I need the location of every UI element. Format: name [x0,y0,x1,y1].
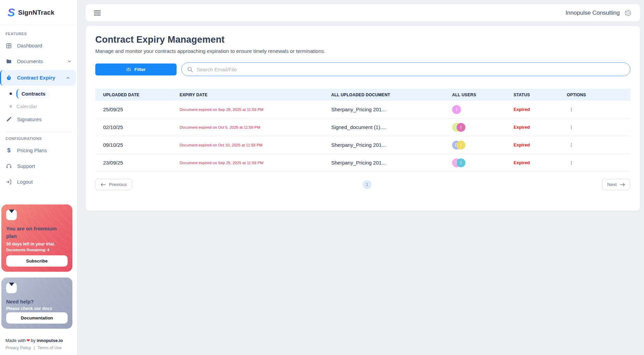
previous-label: Previous [109,182,127,187]
topbar-right: Innopulse Consulting [565,9,632,17]
brand-logo[interactable]: S SignNTrack [0,0,77,25]
arrow-left-icon [100,183,106,187]
column-header: OPTIONS [567,93,630,97]
table-row: 23/09/25Document expired on Sep 25, 2025… [95,154,630,172]
sidebar-item-dashboard[interactable]: Dashboard [0,38,77,54]
sidebar-item-label: Pricing Plans [17,147,47,153]
by-text: by [31,338,36,343]
user-avatar: I [457,141,465,150]
org-dotted-avatar-icon[interactable] [624,9,632,17]
uploaded-date-cell: 25/09/25 [95,106,180,112]
sidebar-footer: Made with❤by innopulse.io Privacy Policy… [0,335,77,355]
expiry-date-cell: Document expired on Oct 5, 2025 at 11:59… [180,125,331,129]
page-subtitle: Manage and monitor your contracts approa… [95,48,630,54]
features-section-label: FEATURES [0,28,77,38]
arrow-right-icon [620,183,625,187]
subscribe-button[interactable]: Subscribe [6,255,68,267]
plan-card-title: You are on freemium plan [6,225,68,240]
options-cell [567,123,630,132]
headset-icon [5,163,12,170]
sidebar-item-support[interactable]: Support [0,158,77,174]
status-cell: Expired [514,142,567,147]
row-options-kebab-button[interactable] [567,141,576,150]
legal-links: Privacy Policy | Terms of Use [5,345,72,350]
user-avatar: I [457,123,465,132]
options-cell [567,158,630,167]
row-options-kebab-button[interactable] [567,158,576,167]
chevron-up-icon [66,75,70,80]
options-cell [567,141,630,150]
table-header-row: UPLOADED DATE EXPIRY DATE ALL UPLOADED D… [95,89,630,101]
sidebar-item-label: Documents [17,58,43,64]
documentation-button[interactable]: Documentation [6,312,68,324]
next-label: Next [607,182,617,187]
folder-icon [5,58,12,65]
brand-name: SignNTrack [18,9,55,16]
pagination: Previous 1 Next [95,179,630,190]
dashboard-grid-icon [5,42,12,49]
sidebar-divider [5,131,72,132]
hamburger-menu-button[interactable] [94,10,101,16]
sidebar-item-contract-expiry[interactable]: Contract Expiry [0,70,76,86]
sidebar-item-label: Contracts [16,89,50,99]
sidebar-cards: You are on freemium plan 30 days left in… [0,204,77,335]
status-cell: Expired [514,125,567,130]
row-options-kebab-button[interactable] [567,123,576,132]
status-cell: Expired [514,160,567,165]
controls-row: Filter [95,62,630,76]
search-bar [181,62,630,76]
user-avatar: I [457,158,465,167]
logout-icon [5,179,12,185]
expiry-date-cell: Document expired on Sep 25, 2025 at 11:5… [180,161,331,165]
sidebar-item-pricing-plans[interactable]: Pricing Plans [0,143,77,158]
row-options-kebab-button[interactable] [567,105,576,114]
sidebar-item-label: Support [17,163,35,169]
column-header: UPLOADED DATE [95,93,180,97]
configurations-section-label: CONFIGURATIONS [0,133,77,143]
bullet-dot-icon [10,105,12,108]
sidebar-item-signatures[interactable]: Signatures [0,112,77,127]
current-page-badge[interactable]: 1 [363,180,372,189]
made-with-text: Made with [5,338,26,343]
heart-icon: ❤ [26,338,30,343]
expiry-date-cell: Document expired on Oct 10, 2025 at 11:5… [180,143,331,147]
inbox-chevron-icon [6,283,17,293]
help-card-title: Need help? [6,298,68,306]
inbox-chevron-icon [6,210,17,220]
next-page-button[interactable]: Next [602,179,630,190]
documents-remaining-text: Documents Remaining: 4 [6,248,68,252]
sidebar-item-documents[interactable]: Documents [0,54,77,69]
sidebar-item-label: Logout [17,179,33,185]
brand-logo-icon: S [8,8,15,18]
uploaded-date-cell: 02/10/25 [95,124,180,130]
page-title: Contract Expiry Management [95,34,630,45]
link-separator: | [34,345,35,350]
made-with-line: Made with❤by innopulse.io [5,338,72,343]
need-help-card: Need help? Please check our docs Documen… [1,278,72,329]
column-header: STATUS [514,93,567,97]
document-name-cell: Sherpany_Pricing 201... [331,160,452,166]
expiry-date-cell: Document expired on Sep 28, 2025 at 11:5… [180,108,331,112]
table-body: 25/09/25Document expired on Sep 28, 2025… [95,101,630,172]
previous-page-button[interactable]: Previous [95,179,132,190]
uploaded-date-cell: 09/10/25 [95,142,180,148]
sidebar-item-logout[interactable]: Logout [0,174,77,190]
users-cell: II [452,158,514,167]
pen-icon [5,116,12,123]
column-header: ALL USERS [452,93,514,97]
table-row: 09/10/25Document expired on Oct 10, 2025… [95,136,630,154]
users-cell: II [452,123,514,132]
document-name-cell: Sherpany_Pricing 201... [331,142,452,148]
sidebar-item-calendar[interactable]: Calendar [0,101,77,112]
stopwatch-icon [5,74,12,81]
privacy-policy-link[interactable]: Privacy Policy [5,345,31,350]
help-card-subtitle: Please check our docs [6,306,68,311]
sidebar-item-contracts[interactable]: Contracts [0,86,77,101]
user-avatar: I [452,105,461,114]
options-cell [567,105,630,114]
column-header: EXPIRY DATE [180,93,331,97]
search-input[interactable] [197,67,625,72]
terms-of-use-link[interactable]: Terms of Use [38,345,62,350]
search-icon [187,66,193,73]
filter-button[interactable]: Filter [95,63,177,75]
